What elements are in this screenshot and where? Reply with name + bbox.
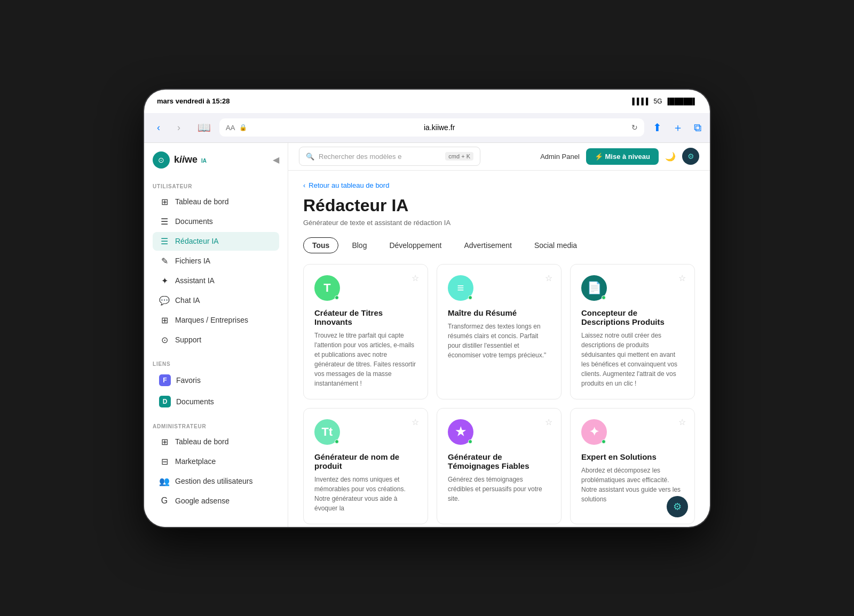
browser-bar: ‹ › 📖 AA 🔒 ia.kiiwe.fr ↻ ⬆ ＋ ⧉	[144, 113, 710, 143]
filter-tab-developpement[interactable]: Développement	[380, 237, 450, 253]
card-star-2[interactable]: ☆	[678, 273, 686, 283]
marques-icon: ⊞	[159, 315, 170, 325]
card-star-5[interactable]: ☆	[678, 417, 686, 427]
sidebar-item-google-adsense[interactable]: G Google adsense	[153, 492, 279, 510]
card-desc-5: Abordez et décomposez les problématiques…	[581, 466, 684, 504]
sidebar-item-documents-link[interactable]: D Documents	[153, 391, 279, 412]
card-icon-4: ★	[448, 419, 473, 445]
sidebar-item-label: Tableau de bord	[175, 197, 228, 206]
sidebar-collapse-button[interactable]: ◀	[273, 155, 279, 165]
card-desc-0: Trouvez le titre parfait qui capte l'att…	[314, 331, 417, 388]
sidebar-item-label: Gestion des utilisateurs	[175, 477, 253, 485]
filter-tab-advertisement[interactable]: Advertisement	[455, 237, 521, 253]
logo-ia-badge: IA	[201, 158, 207, 164]
card-icon-1: ≡	[448, 275, 473, 301]
dark-mode-icon[interactable]: 🌙	[665, 151, 676, 162]
sidebar-item-favoris[interactable]: F Favoris	[153, 370, 279, 390]
card-star-0[interactable]: ☆	[412, 273, 419, 283]
url-bar[interactable]: AA 🔒 ia.kiiwe.fr ↻	[219, 118, 644, 137]
status-time: mars vendredi à 15:28	[157, 97, 230, 105]
sidebar-item-marketplace[interactable]: ⊟ Marketplace	[153, 452, 279, 471]
admin-dashboard-icon: ⊞	[159, 437, 170, 447]
breadcrumb[interactable]: ‹ Retour au tableau de bord	[303, 181, 695, 189]
filter-tab-blog[interactable]: Blog	[343, 237, 376, 253]
sidebar-item-label: Documents	[176, 397, 214, 406]
share-icon[interactable]: ⬆	[653, 121, 662, 134]
new-tab-icon[interactable]: ＋	[673, 121, 683, 135]
content-area: ‹ Retour au tableau de bord Rédacteur IA…	[288, 171, 710, 527]
sidebar-item-redacteur-ia[interactable]: ☰ Rédacteur IA	[153, 232, 279, 251]
sidebar-item-fichiers-ia[interactable]: ✎ Fichiers IA	[153, 252, 279, 270]
sidebar-item-tableau-de-bord[interactable]: ⊞ Tableau de bord	[153, 193, 279, 211]
card-status-dot-3	[335, 439, 339, 444]
logo-text: kiiwe IA	[174, 154, 207, 165]
card-status-dot-1	[468, 295, 472, 300]
card-nom-produit[interactable]: ☆ Tt Générateur de nom de produit Invent…	[303, 408, 428, 524]
filter-tab-social-media[interactable]: Social media	[525, 237, 586, 253]
sidebar-item-admin-tableau[interactable]: ⊞ Tableau de bord	[153, 433, 279, 451]
card-icon-0: T	[314, 275, 340, 301]
chat-icon: 💬	[159, 295, 170, 306]
lock-icon: 🔒	[239, 124, 247, 131]
sidebar-item-label: Chat IA	[175, 296, 200, 305]
url-text: ia.kiiwe.fr	[251, 123, 627, 132]
sidebar-item-support[interactable]: ⊙ Support	[153, 331, 279, 349]
search-bar[interactable]: 🔍 Rechercher des modèles e cmd + K	[299, 147, 480, 166]
card-temoignages[interactable]: ☆ ★ Générateur de Témoignages Fiables Gé…	[437, 408, 562, 524]
bookmarks-icon[interactable]: 📖	[197, 121, 211, 134]
status-icons: ▌▌▌▌ 5G ▐█████▌	[632, 98, 697, 105]
upgrade-button[interactable]: ⚡ Mise à niveau	[586, 148, 659, 165]
users-icon: 👥	[159, 476, 170, 486]
card-title-3: Générateur de nom de produit	[314, 452, 417, 470]
card-title-2: Concepteur de Descriptions Produits	[581, 308, 684, 326]
logo-icon: ⊙	[153, 151, 170, 169]
card-desc-4: Générez des témoignages crédibles et per…	[448, 475, 550, 503]
filter-tab-tous[interactable]: Tous	[303, 237, 338, 253]
card-maitre-resume[interactable]: ☆ ≡ Maître du Résumé Transformez des tex…	[437, 264, 562, 399]
sidebar-item-marques[interactable]: ⊞ Marques / Entreprises	[153, 311, 279, 330]
card-icon-5: ✦	[581, 419, 607, 445]
marketplace-icon: ⊟	[159, 457, 170, 467]
settings-icon[interactable]: ⚙	[682, 148, 699, 165]
card-expert-solutions[interactable]: ☆ ✦ Expert en Solutions Abordez et décom…	[570, 408, 695, 524]
sidebar-item-label: Favoris	[176, 376, 201, 385]
dashboard-icon: ⊞	[159, 197, 170, 207]
filter-tabs: Tous Blog Développement Advertisement So…	[303, 237, 695, 253]
admin-panel-link[interactable]: Admin Panel	[540, 153, 580, 161]
card-star-4[interactable]: ☆	[545, 417, 552, 427]
administrateur-label: ADMINISTRATEUR	[153, 423, 279, 429]
card-descriptions-produits[interactable]: ☆ 📄 Concepteur de Descriptions Produits …	[570, 264, 695, 399]
sidebar-item-chat-ia[interactable]: 💬 Chat IA	[153, 291, 279, 310]
sidebar-item-documents[interactable]: ☰ Documents	[153, 212, 279, 231]
documents-badge: D	[159, 396, 171, 407]
card-icon-3: Tt	[314, 419, 340, 445]
breadcrumb-arrow: ‹	[303, 181, 305, 189]
reload-icon[interactable]: ↻	[631, 123, 638, 132]
card-star-3[interactable]: ☆	[412, 417, 419, 427]
sidebar-item-label: Tableau de bord	[175, 437, 228, 446]
forward-button[interactable]: ›	[173, 120, 185, 135]
card-desc-3: Inventez des noms uniques et mémorables …	[314, 475, 417, 513]
sidebar: ⊙ kiiwe IA ◀ UTILISATEUR ⊞ Tableau de bo…	[144, 143, 288, 527]
search-shortcut: cmd + K	[445, 152, 473, 161]
sidebar-item-label: Rédacteur IA	[175, 237, 219, 245]
back-button[interactable]: ‹	[153, 120, 164, 135]
card-desc-2: Laissez notre outil créer des descriptio…	[581, 331, 684, 388]
card-title-1: Maître du Résumé	[448, 308, 550, 317]
sidebar-item-assistant-ia[interactable]: ✦ Assistant IA	[153, 271, 279, 290]
favoris-badge: F	[159, 374, 171, 386]
aa-label: AA	[226, 124, 235, 132]
cards-grid: ☆ T Créateur de Titres Innovants Trouvez…	[303, 264, 695, 524]
card-title-4: Générateur de Témoignages Fiables	[448, 452, 550, 470]
card-icon-2: 📄	[581, 275, 607, 301]
sidebar-item-gestion-utilisateurs[interactable]: 👥 Gestion des utilisateurs	[153, 472, 279, 491]
sidebar-section-administrateur: ADMINISTRATEUR ⊞ Tableau de bord ⊟ Marke…	[144, 417, 288, 511]
card-star-1[interactable]: ☆	[545, 273, 552, 283]
sidebar-item-label: Support	[175, 335, 201, 344]
support-icon: ⊙	[159, 335, 170, 345]
tabs-icon[interactable]: ⧉	[694, 122, 701, 134]
network-type: 5G	[653, 98, 662, 105]
redacteur-icon: ☰	[159, 236, 170, 246]
card-titres-innovants[interactable]: ☆ T Créateur de Titres Innovants Trouvez…	[303, 264, 428, 399]
browser-actions: ⬆ ＋ ⧉	[653, 121, 701, 135]
